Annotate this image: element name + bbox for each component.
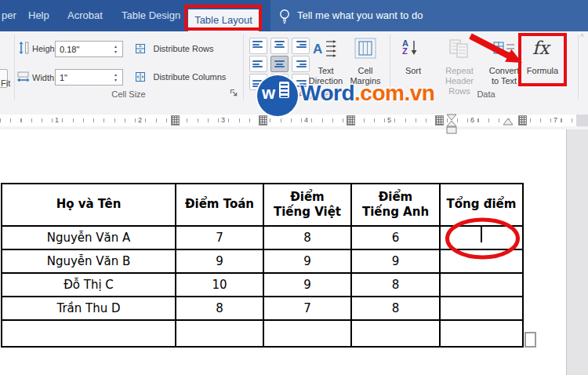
cell-score[interactable]: 7 <box>176 226 263 249</box>
cell-empty[interactable] <box>440 320 523 347</box>
cell-size-dialog-launcher-icon[interactable] <box>230 89 239 98</box>
cell-empty[interactable] <box>351 320 440 347</box>
cell-total[interactable] <box>440 273 523 297</box>
column-width-icon <box>16 71 31 83</box>
cell-score[interactable]: 9 <box>263 273 351 297</box>
ribbon-tab-bar: per Help Acrobat Table Design Table Layo… <box>0 0 588 31</box>
tab-partial[interactable]: per <box>2 0 16 31</box>
right-indent-marker[interactable] <box>503 118 514 126</box>
ruler-column-marker[interactable] <box>347 115 355 126</box>
ruler-number: 3 <box>219 115 227 126</box>
height-value: 0.18" <box>60 45 79 54</box>
cell-name[interactable]: Nguyễn Văn B <box>2 249 176 273</box>
tab-table-design[interactable]: Table Design <box>122 0 180 31</box>
cell-score[interactable]: 8 <box>351 297 440 320</box>
page-edge-gutter <box>566 129 588 375</box>
annotation-ellipse <box>445 217 521 260</box>
align-center-right-button[interactable] <box>292 56 310 72</box>
word-logo-doc-icon <box>279 82 289 98</box>
ruler-column-marker[interactable] <box>171 115 180 126</box>
word-window: per Help Acrobat Table Design Table Layo… <box>0 0 588 375</box>
width-spinner[interactable]: ▴▾ <box>111 70 121 85</box>
distribute-rows-icon <box>135 43 146 54</box>
text-direction-icon: A <box>313 38 338 60</box>
align-top-center-button[interactable] <box>270 38 289 54</box>
align-center-button[interactable] <box>270 56 289 72</box>
width-label: Width: <box>32 73 56 82</box>
ruler-band-end <box>576 115 588 126</box>
ruler-column-marker[interactable] <box>518 115 527 126</box>
align-center-icon <box>274 59 285 69</box>
tab-acrobat[interactable]: Acrobat <box>67 0 103 31</box>
row-height-icon <box>18 41 29 55</box>
cell-empty[interactable] <box>2 320 176 347</box>
cell-score[interactable]: 6 <box>351 226 440 249</box>
cell-score[interactable]: 9 <box>176 249 263 273</box>
sort-label: Sort <box>396 66 430 76</box>
align-center-left-button[interactable] <box>249 56 267 72</box>
header-ho-va-ten[interactable]: Họ và Tên <box>2 184 176 226</box>
distribute-columns-icon <box>135 71 146 82</box>
cell-score[interactable]: 8 <box>263 226 351 249</box>
indent-markers[interactable] <box>445 114 458 135</box>
width-input[interactable]: 1" ▴▾ <box>55 69 123 86</box>
align-top-right-button[interactable] <box>292 38 310 54</box>
tell-me-label[interactable]: Tell me what you want to do <box>297 0 423 31</box>
group-separator <box>578 35 579 100</box>
collapse-ribbon-icon[interactable]: ^ <box>580 33 584 42</box>
watermark-domain: .com.vn <box>354 81 434 105</box>
ruler-number: 2 <box>136 115 144 126</box>
ruler-number: 7 <box>551 115 560 126</box>
cell-score[interactable]: 7 <box>263 297 351 320</box>
height-input[interactable]: 0.18" ▴▾ <box>55 41 123 57</box>
width-value: 1" <box>60 73 67 82</box>
cell-empty[interactable] <box>176 320 263 347</box>
header-diem-toan[interactable]: Điểm Toán <box>176 184 263 226</box>
ruler-number: 4 <box>302 115 310 126</box>
cell-score[interactable]: 8 <box>176 297 263 320</box>
cell-total[interactable] <box>440 297 523 320</box>
table-row: Trần Thu D 8 7 8 <box>2 297 523 320</box>
header-diem-tieng-anh[interactable]: Điểm Tiếng Anh <box>351 184 440 226</box>
ruler-number: 5 <box>385 115 394 126</box>
annotation-arrow <box>465 32 528 67</box>
align-top-left-icon <box>252 41 264 51</box>
cell-empty[interactable] <box>263 320 351 347</box>
cell-score[interactable]: 9 <box>351 249 440 273</box>
convert-to-text-label-2: to Text <box>485 76 523 86</box>
ruler-column-marker[interactable] <box>259 115 267 126</box>
align-top-left-button[interactable] <box>249 38 267 54</box>
cell-name[interactable]: Nguyễn Văn A <box>2 226 176 249</box>
height-spinner[interactable]: ▴▾ <box>111 42 121 56</box>
sort-az-icon: AZ <box>402 39 419 58</box>
group-separator <box>14 35 15 100</box>
align-center-left-icon <box>252 59 264 69</box>
text-direction-label-1: Text <box>308 66 343 76</box>
cell-score[interactable]: 9 <box>263 249 351 273</box>
cell-margins-icon <box>354 37 377 60</box>
tab-help[interactable]: Help <box>28 0 49 31</box>
header-diem-tieng-viet[interactable]: Điểm Tiếng Việt <box>263 184 351 226</box>
cell-score[interactable]: 8 <box>351 273 440 297</box>
distribute-rows-label: Distribute Rows <box>153 44 213 53</box>
cell-name[interactable]: Trần Thu D <box>2 297 176 320</box>
ruler-column-marker[interactable] <box>435 115 444 126</box>
watermark-word: Word <box>300 81 354 105</box>
cell-name[interactable]: Đỗ Thị C <box>2 273 176 297</box>
table-row-empty <box>2 320 523 347</box>
table-marker-square <box>524 332 536 348</box>
ruler-number: 1 <box>53 115 61 126</box>
align-top-center-icon <box>274 41 285 51</box>
cell-margins-label-1: Cell <box>345 66 386 76</box>
distribute-columns-label: Distribute Columns <box>153 72 226 82</box>
align-top-right-icon <box>295 41 307 51</box>
autofit-label-partial: Fit <box>1 78 10 88</box>
data-group-label: Data <box>431 89 541 99</box>
scores-table: Họ và Tên Điểm Toán Điểm Tiếng Việt Điểm… <box>1 183 524 348</box>
ruler-ticks <box>0 118 575 122</box>
lightbulb-icon <box>278 8 291 25</box>
svg-text:A: A <box>313 42 322 56</box>
cell-score[interactable]: 10 <box>176 273 263 297</box>
distribute-rows-button[interactable]: Distribute Rows <box>135 41 213 55</box>
distribute-columns-button[interactable]: Distribute Columns <box>135 69 226 83</box>
